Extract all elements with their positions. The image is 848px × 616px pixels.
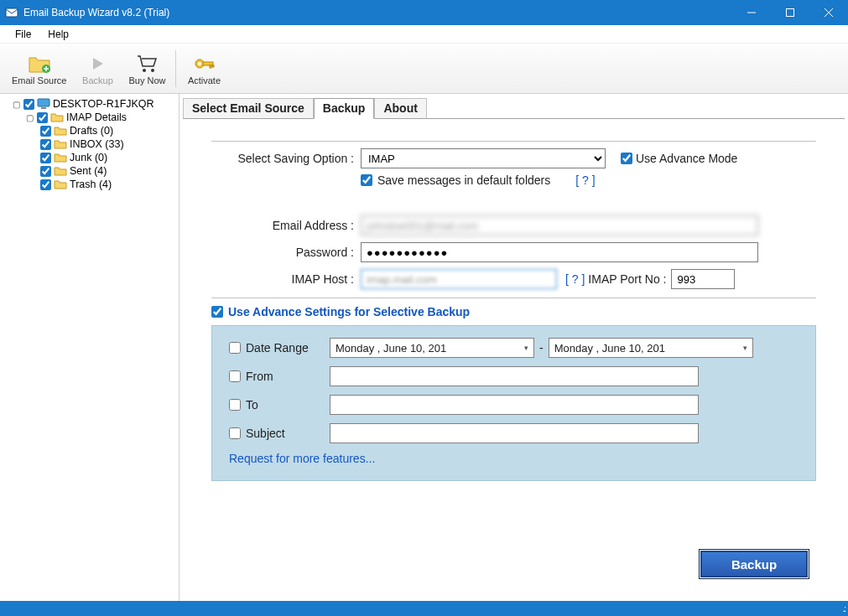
tree-checkbox[interactable] — [40, 179, 51, 190]
imap-host-input[interactable] — [361, 269, 557, 289]
menu-file[interactable]: File — [7, 27, 39, 42]
svg-rect-13 — [38, 99, 49, 106]
tab-select-email-source[interactable]: Select Email Source — [183, 98, 314, 119]
divider — [211, 298, 816, 298]
use-advance-mode-checkbox[interactable] — [621, 153, 632, 164]
date-from-picker[interactable]: Monday , June 10, 201▾ — [330, 338, 534, 358]
email-address-input[interactable] — [361, 215, 758, 236]
imap-port-input[interactable] — [671, 269, 735, 289]
tree-folder-node[interactable]: Junk (0) — [2, 151, 177, 164]
subject-label: Subject — [246, 427, 330, 440]
adv-settings-checkbox[interactable] — [211, 306, 223, 318]
svg-rect-10 — [203, 62, 213, 65]
tree-root-node[interactable]: ▢ DESKTOP-R1FJKQR — [2, 97, 177, 111]
to-label: To — [246, 398, 330, 412]
svg-rect-2 — [787, 9, 794, 17]
close-button[interactable] — [809, 0, 848, 25]
svg-rect-11 — [210, 65, 211, 68]
folder-tree: ▢ DESKTOP-R1FJKQR ▢ IMAP Details Drafts … — [0, 94, 179, 601]
tool-email-source[interactable]: Email Source — [5, 47, 73, 91]
subject-checkbox[interactable] — [229, 427, 241, 439]
save-default-label: Save messages in default folders — [377, 173, 550, 187]
password-label: Password : — [211, 246, 361, 259]
computer-icon — [37, 98, 50, 110]
tab-content-backup: Select Saving Option : IMAP Use Advance … — [183, 119, 845, 598]
advance-settings-panel: Date Range Monday , June 10, 201▾ - Mond… — [211, 325, 816, 481]
folder-icon — [54, 139, 67, 149]
use-advance-mode-label: Use Advance Mode — [636, 152, 737, 165]
from-checkbox[interactable] — [229, 370, 241, 382]
tree-checkbox[interactable] — [40, 153, 51, 163]
status-bar: ..: — [0, 601, 848, 616]
tree-folder-node[interactable]: Trash (4) — [2, 178, 177, 191]
tree-checkbox[interactable] — [40, 126, 51, 137]
tool-activate[interactable]: Activate — [179, 47, 228, 91]
tree-imap-node[interactable]: ▢ IMAP Details — [2, 111, 177, 124]
cart-icon — [136, 52, 158, 75]
play-icon — [89, 52, 106, 75]
backup-button[interactable]: Backup — [700, 551, 808, 577]
tree-checkbox[interactable] — [40, 139, 51, 150]
tree-folder-node[interactable]: Drafts (0) — [2, 124, 177, 137]
main-panel: Select Email Source Backup About Select … — [179, 94, 848, 601]
saving-option-label: Select Saving Option : — [211, 152, 361, 165]
folder-icon — [50, 112, 64, 122]
tree-label: Drafts (0) — [70, 125, 113, 137]
tab-strip: Select Email Source Backup About — [183, 97, 845, 119]
folder-icon — [54, 153, 67, 163]
password-input[interactable] — [361, 242, 758, 262]
request-features-link[interactable]: Request for more features... — [229, 452, 799, 465]
collapse-icon[interactable]: ▢ — [25, 113, 34, 122]
date-to-picker[interactable]: Monday , June 10, 201▾ — [549, 338, 753, 358]
chevron-down-icon: ▾ — [743, 344, 747, 352]
adv-settings-label: Use Advance Settings for Selective Backu… — [228, 305, 470, 318]
title-bar: Email Backup Wizard v8.2 (Trial) — [0, 0, 848, 25]
chevron-down-icon: ▾ — [524, 344, 528, 352]
tree-folder-node[interactable]: INBOX (33) — [2, 137, 177, 151]
imap-host-help[interactable]: [ ? ] — [565, 272, 585, 286]
dash: - — [539, 341, 544, 355]
tree-checkbox[interactable] — [37, 112, 48, 123]
email-address-label: Email Address : — [211, 219, 361, 232]
imap-port-label: IMAP Port No : — [588, 272, 666, 286]
key-icon — [193, 52, 215, 75]
minimize-button[interactable] — [732, 0, 771, 25]
tab-about[interactable]: About — [374, 98, 426, 119]
tree-label: Sent (4) — [70, 165, 107, 177]
tool-label: Activate — [188, 75, 221, 85]
subject-input[interactable] — [330, 423, 699, 443]
tree-checkbox[interactable] — [40, 166, 51, 177]
date-range-label: Date Range — [246, 341, 330, 355]
svg-rect-14 — [41, 107, 46, 109]
tool-backup[interactable]: Backup — [73, 47, 122, 91]
menu-help[interactable]: Help — [39, 27, 77, 42]
resize-grip-icon[interactable]: ..: — [843, 604, 845, 613]
folder-icon — [54, 126, 67, 136]
folder-icon — [54, 179, 67, 189]
imap-host-label: IMAP Host : — [211, 272, 361, 286]
tab-backup[interactable]: Backup — [314, 98, 375, 119]
toolbar: Email Source Backup Buy Now Activate — [0, 44, 848, 94]
tree-checkbox[interactable] — [23, 99, 34, 110]
to-checkbox[interactable] — [229, 399, 241, 411]
from-label: From — [246, 370, 330, 383]
saving-option-select[interactable]: IMAP — [361, 148, 606, 168]
tool-label: Backup — [82, 75, 113, 85]
tool-buy-now[interactable]: Buy Now — [122, 47, 172, 91]
to-input[interactable] — [330, 395, 699, 415]
maximize-button[interactable] — [771, 0, 809, 25]
svg-point-6 — [143, 69, 146, 72]
toolbar-separator — [175, 50, 176, 87]
app-icon — [5, 6, 18, 19]
svg-point-9 — [198, 62, 201, 65]
help-link[interactable]: [ ? ] — [575, 173, 595, 187]
tree-folder-node[interactable]: Sent (4) — [2, 164, 177, 178]
date-range-checkbox[interactable] — [229, 342, 241, 354]
tree-label: INBOX (33) — [70, 138, 124, 150]
tool-label: Email Source — [12, 75, 66, 85]
save-default-checkbox[interactable] — [361, 174, 372, 186]
divider — [211, 141, 816, 142]
tree-label: DESKTOP-R1FJKQR — [53, 98, 154, 110]
from-input[interactable] — [330, 366, 699, 386]
collapse-icon[interactable]: ▢ — [12, 100, 21, 109]
